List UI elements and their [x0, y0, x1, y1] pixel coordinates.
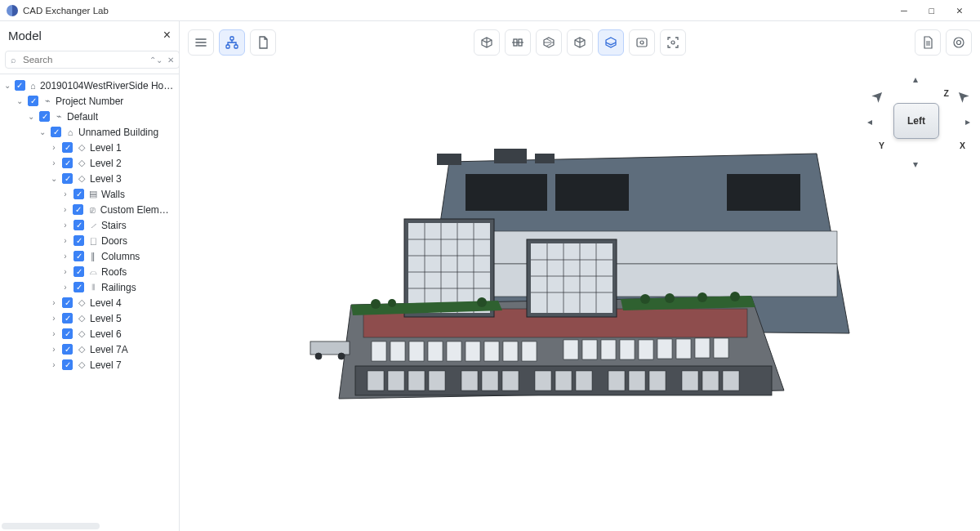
tree-level[interactable]: › ✓ ◇ Level 1 — [3, 140, 177, 155]
chevron-right-icon[interactable]: › — [49, 298, 59, 307]
chevron-right-icon[interactable]: › — [60, 221, 70, 230]
tree-level[interactable]: › ✓ ◇ Level 6 — [3, 326, 177, 341]
checkbox[interactable]: ✓ — [62, 313, 73, 324]
checkbox[interactable]: ✓ — [51, 127, 61, 137]
dropdown-chevron-icon[interactable]: ⌃⌄ — [149, 56, 163, 65]
tree-label: Railings — [101, 282, 136, 293]
tree-label: 20190104WestRiverSide Hospital - … — [40, 80, 174, 91]
chevron-down-icon[interactable]: ⌄ — [49, 174, 59, 183]
chevron-right-icon[interactable]: › — [49, 143, 59, 152]
walls-icon: ▤ — [87, 189, 99, 199]
checkbox[interactable]: ✓ — [62, 297, 73, 308]
tree-walls[interactable]: › ✓ ▤ Walls — [3, 186, 177, 202]
railings-icon: ⦀ — [87, 282, 99, 292]
svg-rect-47 — [390, 341, 405, 361]
svg-point-39 — [371, 299, 381, 309]
tree-building[interactable]: ⌄ ✓ ⌂ Unnamed Building — [3, 124, 177, 140]
svg-rect-53 — [503, 341, 518, 361]
chevron-right-icon[interactable]: › — [60, 205, 69, 214]
tree-label: Default — [67, 111, 98, 123]
checkbox[interactable]: ✓ — [74, 189, 84, 199]
chevron-right-icon[interactable]: › — [60, 283, 70, 292]
tree-columns[interactable]: › ✓ ‖ Columns — [3, 248, 177, 264]
svg-rect-58 — [620, 340, 635, 359]
maximize-button[interactable]: ☐ — [918, 0, 946, 20]
chevron-down-icon[interactable]: ⌄ — [38, 127, 47, 136]
roofs-icon: ⌓ — [87, 266, 99, 277]
svg-point-82 — [315, 353, 322, 359]
tree-stairs[interactable]: › ✓ ⟋ Stairs — [3, 217, 177, 233]
tree-project[interactable]: ⌄ ✓ ⌁ Project Number — [3, 93, 177, 109]
checkbox[interactable]: ✓ — [74, 220, 84, 230]
search-input-container[interactable]: ⌕ ⌃⌄ ✕ — [5, 51, 180, 69]
checkbox[interactable]: ✓ — [62, 359, 73, 370]
tree-label: Roofs — [101, 266, 127, 278]
close-window-button[interactable]: ✕ — [946, 0, 973, 20]
svg-rect-15 — [437, 264, 837, 297]
panel-header: Model × — [0, 21, 179, 49]
stairs-icon: ⟋ — [87, 221, 99, 230]
tree-label: Level 1 — [90, 142, 122, 154]
tree-level[interactable]: › ✓ ◇ Level 5 — [3, 310, 177, 326]
svg-rect-19 — [408, 223, 490, 313]
svg-rect-79 — [702, 371, 719, 390]
panel-title: Model — [8, 29, 42, 42]
doors-icon: ⎕ — [87, 236, 99, 246]
chevron-right-icon[interactable]: › — [60, 252, 70, 261]
tree-level-3[interactable]: ⌄ ✓ ◇ Level 3 — [3, 171, 177, 186]
chevron-right-icon[interactable]: › — [49, 360, 59, 369]
svg-rect-81 — [310, 341, 350, 355]
checkbox[interactable]: ✓ — [62, 328, 73, 339]
tree-railings[interactable]: › ✓ ⦀ Railings — [3, 279, 177, 295]
svg-rect-55 — [564, 340, 578, 359]
chevron-right-icon[interactable]: › — [49, 329, 59, 338]
chevron-right-icon[interactable]: › — [49, 158, 59, 167]
checkbox[interactable]: ✓ — [74, 235, 84, 246]
svg-rect-69 — [461, 371, 478, 390]
checkbox[interactable]: ✓ — [62, 158, 73, 168]
chevron-down-icon[interactable]: ⌄ — [26, 112, 36, 121]
svg-rect-65 — [368, 371, 384, 390]
checkbox[interactable]: ✓ — [74, 282, 84, 292]
tree-custom-elements[interactable]: › ✓ ⎚ Custom Elements — [3, 202, 177, 217]
search-input[interactable] — [21, 54, 145, 65]
minimize-button[interactable]: — — [890, 0, 918, 20]
building-illustration-icon — [294, 96, 866, 456]
checkbox[interactable]: ✓ — [74, 266, 84, 277]
checkbox[interactable]: ✓ — [73, 204, 83, 215]
tree-label: Custom Elements — [100, 204, 174, 216]
svg-rect-50 — [447, 341, 461, 361]
chevron-right-icon[interactable]: › — [49, 314, 59, 323]
horizontal-scrollbar[interactable] — [2, 523, 100, 529]
chevron-right-icon[interactable]: › — [60, 267, 70, 276]
tree-default[interactable]: ⌄ ✓ ⌁ Default — [3, 109, 177, 124]
checkbox[interactable]: ✓ — [39, 111, 50, 122]
model-tree[interactable]: ⌄ ✓ ⌂ 20190104WestRiverSide Hospital - …… — [0, 74, 179, 531]
tree-level[interactable]: › ✓ ◇ Level 4 — [3, 295, 177, 310]
checkbox[interactable]: ✓ — [62, 142, 73, 153]
chevron-down-icon[interactable]: ⌄ — [15, 96, 24, 105]
tree-level[interactable]: › ✓ ◇ Level 7 — [3, 357, 177, 373]
checkbox[interactable]: ✓ — [15, 80, 25, 91]
chevron-right-icon[interactable]: › — [60, 190, 70, 199]
svg-point-83 — [338, 353, 345, 359]
tree-root[interactable]: ⌄ ✓ ⌂ 20190104WestRiverSide Hospital - … — [3, 78, 177, 93]
3d-viewport[interactable]: ➤ ➤ ▴ ▾ ◂ ▸ Z X Y Left — [180, 21, 980, 531]
tree-doors[interactable]: › ✓ ⎕ Doors — [3, 233, 177, 248]
tree-roofs[interactable]: › ✓ ⌓ Roofs — [3, 264, 177, 279]
checkbox[interactable]: ✓ — [28, 96, 38, 106]
checkbox[interactable]: ✓ — [62, 173, 73, 184]
tree-label: Level 6 — [90, 328, 122, 340]
chevron-right-icon[interactable]: › — [49, 345, 59, 354]
checkbox[interactable]: ✓ — [62, 344, 73, 355]
svg-rect-63 — [714, 338, 728, 358]
clear-search-button[interactable]: ✕ — [167, 56, 174, 65]
chevron-right-icon[interactable]: › — [60, 236, 70, 245]
tree-level[interactable]: › ✓ ◇ Level 7A — [3, 341, 177, 357]
svg-rect-62 — [695, 338, 710, 358]
chevron-down-icon[interactable]: ⌄ — [3, 81, 11, 90]
checkbox[interactable]: ✓ — [74, 251, 84, 261]
close-panel-button[interactable]: × — [163, 28, 171, 42]
svg-rect-76 — [629, 371, 645, 390]
tree-level[interactable]: › ✓ ◇ Level 2 — [3, 155, 177, 171]
